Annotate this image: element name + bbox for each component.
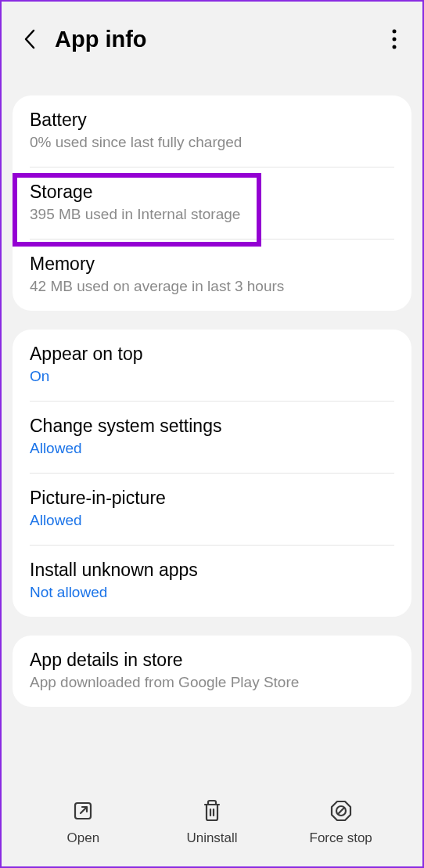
svg-point-1 (393, 38, 397, 41)
appear-on-top-sub: On (30, 368, 394, 385)
bottom-nav: Open Uninstall Force stop (3, 783, 421, 866)
back-icon[interactable] (19, 28, 41, 50)
uninstall-label: Uninstall (186, 830, 237, 846)
install-unknown-row[interactable]: Install unknown apps Not allowed (13, 546, 411, 617)
app-details-title: App details in store (30, 650, 394, 671)
stop-icon (328, 798, 354, 824)
storage-title: Storage (30, 182, 394, 203)
svg-point-0 (393, 30, 397, 34)
force-stop-label: Force stop (310, 830, 372, 846)
pip-row[interactable]: Picture-in-picture Allowed (13, 474, 411, 545)
memory-title: Memory (30, 254, 394, 275)
uninstall-button[interactable]: Uninstall (148, 798, 277, 846)
battery-title: Battery (30, 110, 394, 131)
appear-on-top-title: Appear on top (30, 344, 394, 365)
open-button[interactable]: Open (19, 798, 148, 846)
open-icon (70, 798, 96, 824)
install-unknown-sub: Not allowed (30, 584, 394, 601)
install-unknown-title: Install unknown apps (30, 560, 394, 581)
change-system-row[interactable]: Change system settings Allowed (13, 402, 411, 473)
battery-row[interactable]: Battery 0% used since last fully charged (13, 95, 411, 167)
pip-title: Picture-in-picture (30, 488, 394, 509)
header: App info (2, 2, 422, 75)
storage-sub: 395 MB used in Internal storage (30, 206, 394, 223)
change-system-title: Change system settings (30, 416, 394, 437)
app-details-row[interactable]: App details in store App downloaded from… (13, 636, 411, 707)
store-card: App details in store App downloaded from… (13, 636, 411, 707)
storage-row[interactable]: Storage 395 MB used in Internal storage (13, 167, 411, 239)
content: Battery 0% used since last fully charged… (2, 75, 422, 812)
memory-sub: 42 MB used on average in last 3 hours (30, 278, 394, 295)
change-system-sub: Allowed (30, 440, 394, 457)
open-label: Open (67, 830, 100, 846)
trash-icon (199, 798, 225, 824)
usage-card: Battery 0% used since last fully charged… (13, 95, 411, 311)
force-stop-button[interactable]: Force stop (276, 798, 405, 846)
pip-sub: Allowed (30, 512, 394, 529)
permissions-card: Appear on top On Change system settings … (13, 330, 411, 617)
memory-row[interactable]: Memory 42 MB used on average in last 3 h… (13, 240, 411, 311)
more-icon[interactable] (383, 28, 405, 50)
appear-on-top-row[interactable]: Appear on top On (13, 330, 411, 401)
battery-sub: 0% used since last fully charged (30, 134, 394, 151)
page-title: App info (55, 27, 383, 52)
svg-point-2 (393, 45, 397, 49)
app-details-sub: App downloaded from Google Play Store (30, 674, 394, 691)
